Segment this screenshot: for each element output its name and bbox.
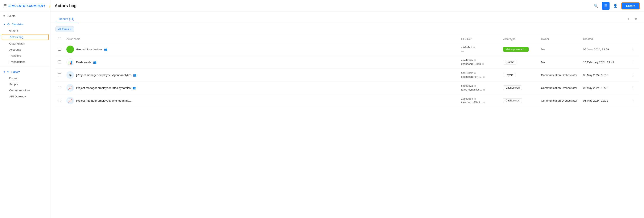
row-checkbox-1[interactable] xyxy=(58,60,61,63)
sidebar-simulator-section: ▼ ⚙ Simulator Graphs Actors bag Outer Gr… xyxy=(0,20,50,66)
row-owner-cell: Communication Orchestrator xyxy=(538,94,580,107)
row-created-cell: 16 February 2024, 21:41 xyxy=(580,56,627,69)
actor-type-badge: Dashboards xyxy=(503,98,522,103)
row-checkbox-3[interactable] xyxy=(58,86,61,89)
sidebar-transactions-label: Transactions xyxy=(9,60,26,63)
all-forms-filter[interactable]: All forms ▾ xyxy=(56,26,74,32)
menu-button[interactable]: ☰ xyxy=(602,2,610,10)
row-owner-cell: Communication Orchestrator xyxy=(538,81,580,94)
created-date: 06 May 2024, 13:32 xyxy=(583,86,608,89)
sidebar-item-accounts[interactable]: Accounts xyxy=(0,47,50,53)
sidebar-item-communications[interactable]: Communications xyxy=(0,87,50,93)
copy-icon[interactable]: ⧉ xyxy=(474,84,476,87)
copy-icon-2[interactable]: ⧉ xyxy=(482,63,484,65)
row-checkbox-2[interactable] xyxy=(58,73,61,76)
row-name-cell: 📈 Project manager employee: rates dynami… xyxy=(64,81,458,94)
copy-icon[interactable]: ⧉ xyxy=(474,72,476,75)
actor-name: Ground-floor devices xyxy=(76,48,102,51)
actor-avatar: 📈 xyxy=(66,84,74,92)
chevron-down-icon: ▼ xyxy=(3,23,6,25)
sidebar-item-outer-graph[interactable]: Outer Graph xyxy=(0,40,50,47)
row-more-button[interactable]: ⋮ xyxy=(629,97,636,104)
tab-recent[interactable]: Recent (11) xyxy=(56,15,78,23)
actor-avatar: 📊 xyxy=(66,58,74,66)
row-created-cell: 06 May 2024, 13:32 xyxy=(580,81,627,94)
actor-name: Dashboards xyxy=(76,61,92,64)
owner-name: Communication Orchestrator xyxy=(541,86,577,89)
sidebar-simulator-label: Simulator xyxy=(12,23,24,26)
sidebar-item-events[interactable]: ≡ Events xyxy=(0,12,50,19)
row-check-cell xyxy=(56,94,64,107)
table-row: ◈ [Project manager employee] Agent analy… xyxy=(56,69,639,81)
row-owner-cell: Me xyxy=(538,43,580,56)
sidebar-item-editors[interactable]: ▼ ✏ Editors xyxy=(0,68,50,75)
actor-name: Project manager employee: rates dynamics xyxy=(76,86,131,89)
owner-name: Me xyxy=(541,61,545,64)
actor-id2: dashboardGraph xyxy=(461,63,481,65)
sidebar-item-forms[interactable]: Forms xyxy=(0,75,50,81)
copy-icon-2[interactable]: ⧉ xyxy=(483,101,485,104)
search-icon: 🔍 xyxy=(594,4,598,8)
events-icon: ≡ xyxy=(3,14,5,17)
simulator-icon: ⚙ xyxy=(7,22,10,26)
bell-icon[interactable]: 🔔 xyxy=(49,4,50,8)
owner-name: Communication Orchestrator xyxy=(541,99,577,102)
sidebar-scripts-label: Scripts xyxy=(9,83,18,86)
row-checkbox-4[interactable] xyxy=(58,99,61,102)
row-more-button[interactable]: ⋮ xyxy=(629,72,636,78)
actor-avatar: 📈 xyxy=(66,97,74,104)
sidebar-communications-label: Communications xyxy=(9,89,30,92)
row-type-cell: Layers xyxy=(501,69,538,81)
content-area: Recent (11) + ⚙ All forms ▾ xyxy=(50,12,644,218)
row-type-cell: Graphs xyxy=(501,56,538,69)
row-id-cell: afe1a2c1 ⧉ — xyxy=(458,43,501,56)
row-more-button[interactable]: ⋮ xyxy=(629,59,636,65)
actor-id2: rates_dynamics... xyxy=(461,88,482,91)
col-header-id-ref: ID & Ref xyxy=(458,35,501,43)
sidebar: ☰ SIMULATOR.COMPANY 🔔 ≡ Events ▼ ⚙ Simul… xyxy=(0,0,50,218)
row-more-button[interactable]: ⋮ xyxy=(629,85,636,91)
actor-type-badge: Mains-powered ... xyxy=(503,47,528,52)
col-header-check xyxy=(56,35,64,43)
table-row: 📈 Project manager employee: rates dynami… xyxy=(56,81,639,94)
row-name-cell: ◈ [Project manager employee] Agent analy… xyxy=(64,69,458,81)
sidebar-item-events-label: Events xyxy=(7,14,15,17)
actor-name-wrapper: [Project manager employee] Agent analyti… xyxy=(76,73,136,77)
actor-id1: 5a913bc2 xyxy=(461,72,473,75)
users-icon: 👥 xyxy=(93,61,96,64)
add-tab-button[interactable]: + xyxy=(626,16,632,22)
row-actions-cell: ⋮ xyxy=(627,56,639,69)
row-check-cell xyxy=(56,56,64,69)
page-title: Actors bag xyxy=(55,3,590,8)
actor-id1: ea44757b xyxy=(461,59,473,62)
copy-icon[interactable]: ⧉ xyxy=(474,59,476,62)
tab-actions: + ⚙ xyxy=(626,16,639,22)
sidebar-item-simulator[interactable]: ▼ ⚙ Simulator xyxy=(0,21,50,27)
copy-icon[interactable]: ⧉ xyxy=(474,97,476,100)
sidebar-item-scripts[interactable]: Scripts xyxy=(0,81,50,87)
row-check-cell xyxy=(56,81,64,94)
row-more-button[interactable]: ⋮ xyxy=(629,46,636,52)
create-button[interactable]: Create xyxy=(621,2,640,9)
copy-icon[interactable]: ⧉ xyxy=(473,46,475,49)
search-button[interactable]: 🔍 xyxy=(592,2,600,10)
sidebar-item-actors-bag[interactable]: Actors bag xyxy=(2,34,48,40)
sidebar-item-graphs[interactable]: Graphs xyxy=(0,27,50,34)
chevron-down-filter-icon: ▾ xyxy=(70,28,71,30)
settings-button[interactable]: ⚙ xyxy=(633,16,639,22)
actor-name: [Project manager employee] Agent analyti… xyxy=(76,73,131,77)
menu-icon: ☰ xyxy=(604,4,607,8)
sidebar-item-transfers[interactable]: Transfers xyxy=(0,53,50,59)
row-created-cell: 06 May 2024, 13:32 xyxy=(580,94,627,107)
actor-type-badge: Dashboards xyxy=(503,85,522,90)
copy-icon-2[interactable]: ⧉ xyxy=(483,88,485,91)
sidebar-item-api-gateway[interactable]: API Gateway xyxy=(0,93,50,100)
user-button[interactable]: 👤 xyxy=(612,2,619,10)
copy-icon-2[interactable]: ⧉ xyxy=(483,75,485,78)
sidebar-item-transactions[interactable]: Transactions xyxy=(0,59,50,65)
created-date: 06 June 2024, 13:59 xyxy=(583,48,609,51)
select-all-checkbox[interactable] xyxy=(58,37,61,40)
row-checkbox-0[interactable] xyxy=(58,48,61,51)
sidebar-outer-graph-label: Outer Graph xyxy=(9,42,25,45)
logo: ☰ SIMULATOR.COMPANY 🔔 xyxy=(0,0,50,12)
